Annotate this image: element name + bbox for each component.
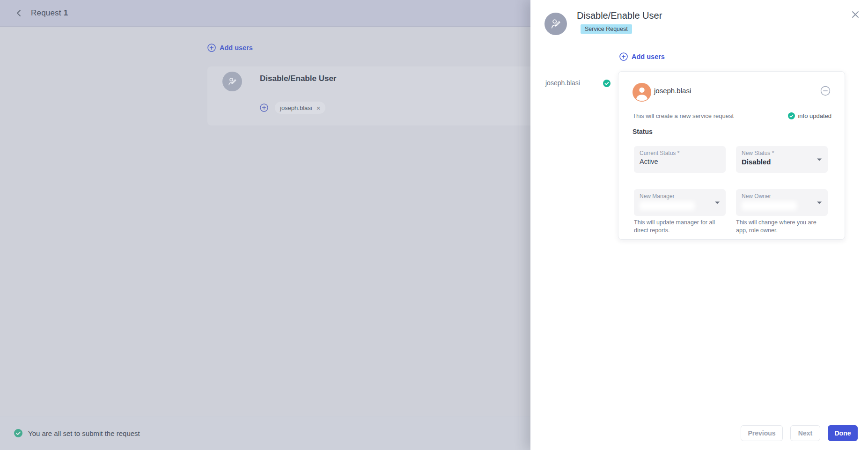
check-circle-icon [14,429,22,437]
user-request-card: joseph.blasi This will create a new serv… [618,71,845,240]
user-avatar [633,83,651,102]
close-icon [851,10,860,19]
new-status-value: Disabled [742,158,822,166]
person-icon [633,83,651,102]
left-card-users-row: joseph.blasi × [260,102,325,114]
disable-enable-user-avatar [544,13,567,35]
left-card-title: Disable/Enable User [260,74,336,83]
new-owner-value-redacted [742,201,797,210]
chevron-down-icon [714,201,720,205]
minus-circle-icon [820,86,831,96]
chevron-left-icon [16,9,22,17]
done-button[interactable]: Done [828,425,858,441]
check-circle-icon [788,112,795,119]
user-edit-icon [549,17,562,30]
request-label: Request [31,8,61,17]
user-complete-check-icon [603,80,611,87]
submit-status-bar: You are all set to submit the request [0,416,530,450]
add-users-label: Add users [632,53,665,60]
new-status-select[interactable]: New Status * Disabled [736,146,828,173]
status-section-title: Status [633,128,653,135]
plus-circle-icon [260,103,268,112]
add-users-button-left[interactable]: Add users [207,43,253,52]
user-chip[interactable]: joseph.blasi × [275,102,325,114]
new-manager-value-redacted [640,201,695,210]
submit-ready-message: You are all set to submit the request [28,429,140,437]
note-row: This will create a new service request i… [633,112,831,119]
new-owner-label: New Owner [742,193,822,199]
info-updated-badge: info updated [788,112,831,119]
new-owner-select[interactable]: New Owner [736,189,828,216]
page-title: Request1 [31,8,68,18]
plus-circle-icon [207,44,216,52]
plus-circle-icon [619,52,628,61]
current-status-value: Active [640,158,720,165]
service-request-badge: Service Request [581,24,632,34]
screen: Request1 Add users Disable/Enable User j… [0,0,868,450]
chevron-down-icon [817,158,822,162]
close-panel-button[interactable] [849,8,861,21]
add-users-button-panel[interactable]: Add users [619,52,665,61]
new-manager-label: New Manager [640,193,720,199]
new-manager-helper: This will update manager for all direct … [634,219,718,235]
card-user-name: joseph.blasi [654,87,691,95]
panel-title: Disable/Enable User [577,10,662,21]
current-status-label: Current Status * [640,150,720,156]
remove-user-from-request-button[interactable] [820,86,831,96]
back-button[interactable] [14,8,23,18]
new-request-note: This will create a new service request [633,112,734,119]
disable-enable-user-panel: Disable/Enable User Service Request Add … [530,0,868,450]
request-page-background: Request1 Add users Disable/Enable User j… [0,0,530,450]
selected-user-nav-item[interactable]: joseph.blasi [545,79,580,87]
new-owner-helper: This will change where you are app, role… [736,219,820,235]
add-user-to-item-button[interactable] [260,103,268,112]
panel-footer: Previous Next Done [741,425,858,441]
selected-user-name: joseph.blasi [545,79,580,87]
current-status-field: Current Status * Active [634,146,726,173]
new-manager-select[interactable]: New Manager [634,189,726,216]
remove-user-icon[interactable]: × [316,104,321,111]
user-chip-label: joseph.blasi [280,104,312,111]
chevron-down-icon [817,201,822,205]
previous-button[interactable]: Previous [741,425,783,441]
add-users-label: Add users [220,44,253,52]
next-button[interactable]: Next [790,425,820,441]
request-item-card[interactable]: Disable/Enable User joseph.blasi × [207,66,530,125]
request-number: 1 [64,8,68,17]
disable-enable-user-avatar [222,72,242,91]
user-edit-icon [227,76,238,87]
request-topbar: Request1 [0,0,530,27]
new-status-label: New Status * [742,150,822,156]
info-updated-label: info updated [798,112,831,119]
